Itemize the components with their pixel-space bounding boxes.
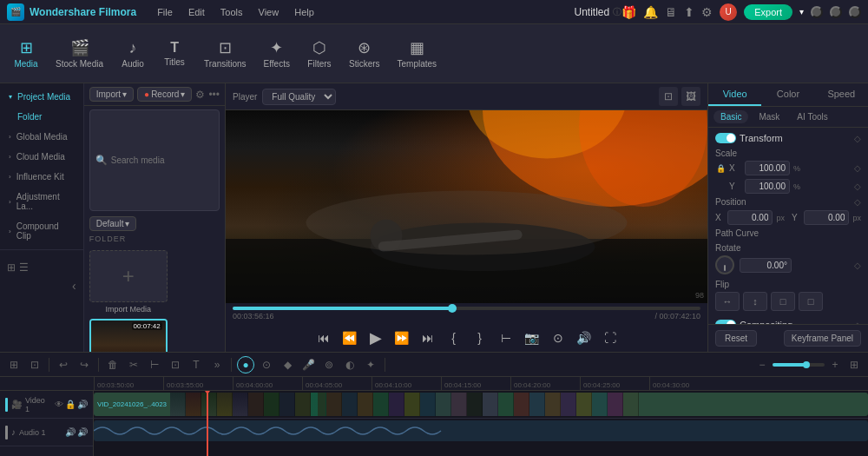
sidebar-item-compound-clip[interactable]: › Compound Clip <box>0 216 83 246</box>
quality-select[interactable]: Full Quality <box>262 89 336 105</box>
menu-edit[interactable]: Edit <box>181 5 212 19</box>
import-media-item[interactable]: + Import Media <box>89 250 168 314</box>
flip-btn-4[interactable]: □ <box>799 292 823 311</box>
tl-marker-btn[interactable]: ◆ <box>279 356 296 373</box>
scale-x-diamond-icon[interactable]: ◇ <box>854 163 861 173</box>
toolbar-transitions[interactable]: ⊡ Transitions <box>197 35 253 72</box>
tab-speed[interactable]: Speed <box>815 83 868 106</box>
progress-track[interactable] <box>233 307 700 310</box>
keyframe-panel-button[interactable]: Keyframe Panel <box>784 330 861 347</box>
video-track[interactable]: VID_20241026_..4023 <box>94 391 868 419</box>
sidebar-item-influence-kit[interactable]: › Influence Kit <box>0 167 83 187</box>
flip-v-button[interactable]: ↕ <box>743 292 767 311</box>
tab-color[interactable]: Color <box>761 83 814 106</box>
tl-record-btn[interactable]: ⊙ <box>258 356 275 373</box>
video-media-item[interactable]: 00:07:42 ⊞ ✓ VID_20241026_124023 <box>89 319 168 352</box>
bell-icon[interactable]: 🔔 <box>643 5 658 19</box>
reset-button[interactable]: Reset <box>715 330 757 347</box>
tl-more-button[interactable]: » <box>208 356 226 373</box>
toolbar-titles[interactable]: T Titles <box>155 36 194 70</box>
import-placeholder-thumb[interactable]: + <box>89 250 168 302</box>
tl-split-button[interactable]: ⊢ <box>146 356 163 373</box>
sidebar-item-adjustment[interactable]: › Adjustment La... <box>0 187 83 216</box>
subtab-ai-tools[interactable]: AI Tools <box>790 110 834 123</box>
flip-h-button[interactable]: ↔ <box>715 292 740 311</box>
compositing-toggle[interactable] <box>715 320 736 324</box>
tl-delete-button[interactable]: 🗑 <box>104 356 122 373</box>
mark-in-button[interactable]: { <box>444 327 464 348</box>
scale-y-input[interactable] <box>745 179 790 194</box>
toolbar-effects[interactable]: ✦ Effects <box>257 35 297 72</box>
photo-icon[interactable]: 🖼 <box>681 87 700 106</box>
menu-view[interactable]: View <box>252 5 286 19</box>
upload-icon[interactable]: ⬆ <box>684 5 694 19</box>
tl-speed-btn[interactable]: ⊚ <box>320 356 338 373</box>
subtab-mask[interactable]: Mask <box>752 110 786 123</box>
tl-audio-btn[interactable]: ● <box>237 356 254 373</box>
audio-mute-icon[interactable]: 🔊 <box>65 427 76 437</box>
pos-x-input[interactable] <box>727 210 773 225</box>
close-button[interactable]: ✕ <box>849 6 861 18</box>
menu-file[interactable]: File <box>150 5 180 19</box>
position-diamond-icon[interactable]: ◇ <box>854 197 861 207</box>
tl-mic-btn[interactable]: 🎤 <box>299 356 317 373</box>
next-frame-button[interactable]: ⏭ <box>418 327 438 348</box>
tab-video[interactable]: Video <box>708 83 761 106</box>
sidebar-item-project-media[interactable]: ▾ Project Media <box>0 87 83 107</box>
track-volume-icon[interactable]: 🔊 <box>77 400 88 409</box>
list-view-icon[interactable]: ☰ <box>19 261 29 274</box>
track-lock-icon[interactable]: 🔒 <box>65 400 76 409</box>
toolbar-audio[interactable]: ♪ Audio <box>114 36 152 72</box>
filter-icon[interactable]: ⚙ <box>195 89 205 101</box>
rotate-knob[interactable] <box>715 255 734 274</box>
lock-icon[interactable]: 🔒 <box>715 163 726 174</box>
sidebar-item-cloud-media[interactable]: › Cloud Media <box>0 147 83 167</box>
zoom-thumb[interactable] <box>803 361 810 368</box>
toolbar-filters[interactable]: ⬡ Filters <box>300 35 339 72</box>
search-input[interactable] <box>111 155 214 165</box>
monitor-icon[interactable]: 🖥 <box>665 5 677 19</box>
fullscreen-button[interactable]: ⛶ <box>600 327 621 348</box>
scale-x-input[interactable] <box>745 161 790 175</box>
record-ctrl-button[interactable]: ⊙ <box>548 327 569 348</box>
play-button[interactable]: ▶ <box>365 327 386 348</box>
user-avatar[interactable]: U <box>720 3 737 21</box>
sort-button[interactable]: Default ▾ <box>89 216 137 231</box>
video-thumb[interactable]: 00:07:42 ⊞ ✓ <box>89 319 168 352</box>
import-button[interactable]: Import ▾ <box>89 87 134 102</box>
video-clip[interactable]: VID_20241026_..4023 <box>94 393 868 416</box>
toolbar-stock-media[interactable]: 🎬 Stock Media <box>49 35 110 72</box>
zoom-out-button[interactable]: − <box>753 356 771 373</box>
collapse-panel-icon[interactable]: ‹ <box>72 279 76 293</box>
prev-frame-button[interactable]: ⏮ <box>313 327 334 348</box>
tl-snap-button[interactable]: ⊡ <box>26 356 43 373</box>
subtab-basic[interactable]: Basic <box>713 110 748 123</box>
tl-grid-button[interactable]: ⊞ <box>845 356 863 373</box>
flip-btn-3[interactable]: □ <box>771 292 795 311</box>
track-mute-icon[interactable]: 👁 <box>55 400 63 409</box>
scale-y-diamond-icon[interactable]: ◇ <box>854 182 861 191</box>
toolbar-media[interactable]: ⊞ Media <box>7 35 45 72</box>
rotate-input[interactable] <box>740 258 792 273</box>
progress-thumb[interactable] <box>448 304 457 313</box>
sidebar-item-global-media[interactable]: › Global Media <box>0 127 83 147</box>
gift-icon[interactable]: 🎁 <box>621 5 636 19</box>
playhead[interactable] <box>207 391 208 456</box>
tl-add-media-button[interactable]: ⊞ <box>5 356 23 373</box>
tl-text-button[interactable]: T <box>187 356 205 373</box>
zoom-track[interactable] <box>773 363 825 367</box>
extract-button[interactable]: ⊢ <box>496 327 516 348</box>
tracks-area[interactable]: VID_20241026_..4023 <box>94 391 868 456</box>
transform-toggle[interactable] <box>715 133 736 143</box>
settings-icon[interactable]: ⚙ <box>701 5 713 19</box>
tl-redo-button[interactable]: ↪ <box>76 356 93 373</box>
zoom-in-button[interactable]: + <box>826 356 844 373</box>
step-forward-button[interactable]: ⏩ <box>391 327 412 348</box>
audio-volume-icon[interactable]: 🔊 <box>77 427 88 437</box>
grid-view-icon[interactable]: ⊞ <box>7 261 16 274</box>
audio-clip[interactable] <box>94 420 868 441</box>
export-button[interactable]: Export <box>744 4 792 20</box>
maximize-button[interactable]: □ <box>830 6 842 18</box>
transform-diamond-icon[interactable]: ◇ <box>854 134 861 143</box>
video-canvas[interactable]: 98 <box>226 110 707 303</box>
